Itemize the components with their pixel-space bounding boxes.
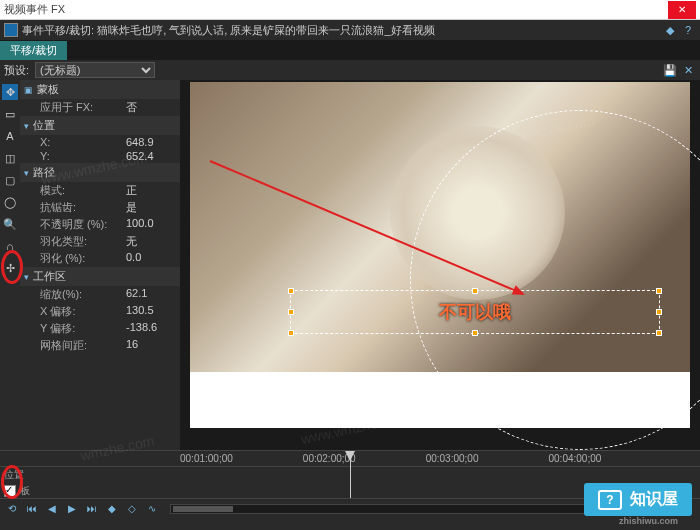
apply-fx-label: 应用于 FX: [40, 100, 126, 115]
group-position[interactable]: ▾位置 [20, 116, 180, 135]
y-value[interactable]: 652.4 [126, 150, 176, 162]
xoff-value[interactable]: 130.5 [126, 304, 176, 319]
tool-select[interactable]: ▭ [2, 106, 18, 122]
handle-tl[interactable] [288, 288, 294, 294]
featherpct-value[interactable]: 0.0 [126, 251, 176, 266]
tab-pan-crop[interactable]: 平移/裁切 [0, 41, 67, 60]
opacity-value[interactable]: 100.0 [126, 217, 176, 232]
x-label: X: [40, 136, 126, 148]
handle-rm[interactable] [656, 309, 662, 315]
tool-b[interactable]: ◫ [2, 150, 18, 166]
sync-icon[interactable]: ⟲ [4, 501, 20, 517]
key-del-icon[interactable]: ◇ [124, 501, 140, 517]
handle-bl[interactable] [288, 330, 294, 336]
color-swatch [4, 23, 18, 37]
handle-tr[interactable] [656, 288, 662, 294]
fx-icon[interactable]: ◆ [662, 22, 678, 38]
tool-rect[interactable]: ▢ [2, 172, 18, 188]
properties-panel: ▣蒙板 应用于 FX:否 ▾位置 X:648.9 Y:652.4 ▾路径 模式:… [20, 80, 180, 450]
annotation-circle-2 [1, 465, 23, 499]
handle-br[interactable] [656, 330, 662, 336]
window-title: 视频事件 FX [4, 2, 65, 17]
event-title: 事件平移/裁切: 猫咪炸毛也哼, 气到说人话, 原来是铲屎的带回来一只流浪猫_好… [22, 23, 435, 38]
delete-preset-icon[interactable]: ✕ [680, 62, 696, 78]
group-path[interactable]: ▾路径 [20, 163, 180, 182]
brand-logo: 知识屋 zhishiwu.com [584, 483, 692, 516]
scrollbar-thumb[interactable] [173, 506, 233, 512]
selection-rect[interactable]: 不可以哦 [290, 290, 660, 334]
handle-lm[interactable] [288, 309, 294, 315]
annotation-circle-1 [1, 250, 23, 284]
tool-arrow[interactable]: ✥ [2, 84, 18, 100]
zoom-value[interactable]: 62.1 [126, 287, 176, 302]
y-label: Y: [40, 150, 126, 162]
nav-next-icon[interactable]: ▶ [64, 501, 80, 517]
curve-icon[interactable]: ∿ [144, 501, 160, 517]
tool-circle[interactable]: ◯ [2, 194, 18, 210]
handle-bm[interactable] [472, 330, 478, 336]
handle-tm[interactable] [472, 288, 478, 294]
overlay-text: 不可以哦 [439, 300, 511, 324]
help-icon[interactable]: ? [680, 22, 696, 38]
monitor-icon [598, 490, 622, 510]
preset-select[interactable]: (无标题) [35, 62, 155, 78]
nav-last-icon[interactable]: ⏭ [84, 501, 100, 517]
x-value[interactable]: 648.9 [126, 136, 176, 148]
yoff-value[interactable]: -138.6 [126, 321, 176, 336]
close-button[interactable]: ✕ [668, 1, 696, 19]
playhead[interactable] [350, 451, 351, 498]
tab-bar: 平移/裁切 [0, 40, 700, 60]
aa-value[interactable]: 是 [126, 200, 176, 215]
feather-value[interactable]: 无 [126, 234, 176, 249]
canvas[interactable]: 不可以哦 [180, 80, 700, 450]
group-mask[interactable]: ▣蒙板 [20, 80, 180, 99]
key-add-icon[interactable]: ◆ [104, 501, 120, 517]
group-workarea[interactable]: ▾工作区 [20, 267, 180, 286]
apply-fx-value[interactable]: 否 [126, 100, 176, 115]
tool-a[interactable]: A [2, 128, 18, 144]
preset-label: 预设: [4, 63, 29, 78]
grid-value[interactable]: 16 [126, 338, 176, 353]
event-header: 事件平移/裁切: 猫咪炸毛也哼, 气到说人话, 原来是铲屎的带回来一只流浪猫_好… [0, 20, 700, 40]
nav-prev-icon[interactable]: ◀ [44, 501, 60, 517]
nav-first-icon[interactable]: ⏮ [24, 501, 40, 517]
mode-value[interactable]: 正 [126, 183, 176, 198]
timeline-scrollbar[interactable] [170, 504, 630, 514]
tool-zoom[interactable]: 🔍 [2, 216, 18, 232]
preset-bar: 预设: (无标题) 💾 ✕ [0, 60, 700, 80]
save-preset-icon[interactable]: 💾 [662, 62, 678, 78]
titlebar: 视频事件 FX ✕ [0, 0, 700, 20]
